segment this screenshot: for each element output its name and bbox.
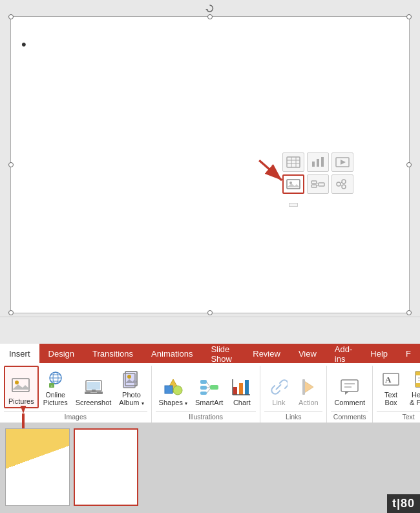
chart-slide-icon[interactable] [307, 152, 329, 172]
tab-animations[interactable]: Animations [142, 344, 202, 363]
slide-icons-container [282, 152, 353, 194]
handle-top-left[interactable] [8, 14, 14, 19]
icons-row-1 [282, 152, 353, 172]
chart-icon [231, 377, 252, 397]
action-label: Action [299, 399, 319, 406]
tab-design[interactable]: Design [39, 344, 83, 363]
svg-line-57 [207, 389, 210, 393]
svg-rect-73 [415, 383, 420, 387]
rotate-handle[interactable] [205, 4, 215, 13]
svg-rect-6 [312, 162, 315, 167]
handle-top-right[interactable] [406, 14, 412, 19]
ribbon-group-illustrations: Shapes ▾ SmartArt [152, 366, 261, 423]
ribbon-group-links: Link Action Links [260, 366, 327, 423]
smartart-label: SmartArt [195, 399, 223, 406]
svg-rect-65 [341, 380, 358, 392]
tab-view[interactable]: View [289, 344, 326, 363]
text-group-label: Text [377, 411, 420, 423]
handle-bot-left[interactable] [8, 310, 14, 315]
chart-label: Chart [233, 399, 251, 406]
photo-album-button[interactable]: PhotoAlbum ▾ [116, 366, 147, 408]
svg-rect-16 [319, 183, 324, 186]
icons-row-2 [282, 174, 353, 194]
other-slide-icon[interactable] [331, 174, 353, 194]
link-label: Link [272, 399, 285, 406]
smartart-icon [199, 377, 220, 397]
online-pictures-button[interactable]: + OnlinePictures [40, 366, 71, 408]
comment-button[interactable]: Comment [331, 366, 368, 408]
handle-top-mid[interactable] [207, 14, 213, 19]
tab-insert[interactable]: Insert [0, 344, 39, 363]
shapes-label: Shapes ▾ [159, 399, 187, 406]
svg-rect-14 [311, 181, 317, 183]
svg-line-23 [341, 185, 342, 186]
svg-rect-60 [245, 380, 249, 395]
links-group-label: Links [264, 411, 322, 423]
svg-point-21 [342, 185, 346, 189]
pictures-label: Pictures [8, 397, 34, 405]
handle-mid-right[interactable] [406, 162, 412, 167]
red-arrow-slide [253, 158, 292, 190]
photo-album-icon [121, 369, 142, 390]
comment-icon [339, 377, 360, 397]
link-icon [268, 377, 289, 397]
handle-bot-mid[interactable] [207, 310, 213, 315]
slide-area: • [0, 0, 420, 317]
pictures-tooltip [289, 203, 298, 207]
header-footer-icon [413, 369, 420, 390]
svg-rect-52 [200, 386, 207, 390]
svg-rect-58 [233, 387, 237, 395]
svg-rect-41 [92, 390, 96, 392]
link-button[interactable]: Link [264, 366, 293, 408]
links-buttons: Link Action [264, 366, 322, 411]
watermark: t|80 [387, 494, 420, 513]
svg-point-19 [337, 182, 341, 186]
screenshot-label: Screenshot [76, 399, 112, 406]
smartart-slide-icon[interactable] [307, 174, 329, 194]
tab-bar: Insert Design Transitions Animations Sli… [0, 344, 420, 363]
header-footer-button[interactable]: Header& Footer [406, 366, 420, 408]
or-section [0, 317, 420, 344]
ribbon-group-images: Pictures [0, 366, 152, 423]
comment-label: Comment [334, 399, 365, 406]
text-placeholder[interactable]: • [21, 36, 399, 53]
pictures-icon-container [11, 375, 32, 396]
tab-review[interactable]: Review [244, 344, 289, 363]
svg-rect-8 [321, 157, 324, 167]
tab-help[interactable]: Help [361, 344, 397, 363]
media-slide-icon[interactable] [331, 152, 353, 172]
tab-transitions[interactable]: Transitions [83, 344, 142, 363]
comments-group-label: Comments [331, 411, 368, 423]
film-slide-2[interactable] [74, 428, 138, 506]
text-buttons: A TextBox Header& Footer [377, 366, 420, 411]
comments-buttons: Comment [331, 366, 368, 411]
svg-point-50 [173, 386, 182, 395]
tab-slideshow[interactable]: Slide Show [202, 344, 244, 363]
shapes-button[interactable]: Shapes ▾ [156, 366, 191, 408]
smartart-button[interactable]: SmartArt [192, 366, 226, 408]
svg-point-46 [127, 375, 131, 379]
handle-bot-right[interactable] [406, 310, 412, 315]
chart-button[interactable]: Chart [227, 366, 256, 408]
svg-marker-28 [12, 384, 30, 390]
tab-f[interactable]: F [397, 344, 420, 363]
film-slide-1[interactable] [5, 428, 70, 506]
action-button[interactable]: Action [294, 366, 322, 408]
textbox-icon: A [381, 369, 401, 390]
svg-line-25 [259, 160, 282, 180]
tab-addins[interactable]: Add-ins [326, 344, 361, 363]
textbox-button[interactable]: A TextBox [377, 366, 405, 408]
svg-rect-49 [165, 386, 173, 393]
illustrations-group-label: Illustrations [156, 411, 257, 423]
textbox-label: TextBox [384, 391, 397, 406]
pictures-button[interactable]: Pictures [4, 366, 39, 408]
watermark-text: t|80 [392, 497, 415, 510]
svg-rect-42 [90, 392, 97, 393]
filmstrip [0, 423, 420, 513]
ribbon-group-comments: Comment Comments [327, 366, 373, 423]
svg-rect-39 [87, 382, 100, 390]
svg-rect-54 [210, 385, 218, 390]
screenshot-button[interactable]: Screenshot [72, 366, 115, 408]
online-pictures-label: OnlinePictures [43, 391, 68, 406]
handle-mid-left[interactable] [8, 162, 14, 167]
